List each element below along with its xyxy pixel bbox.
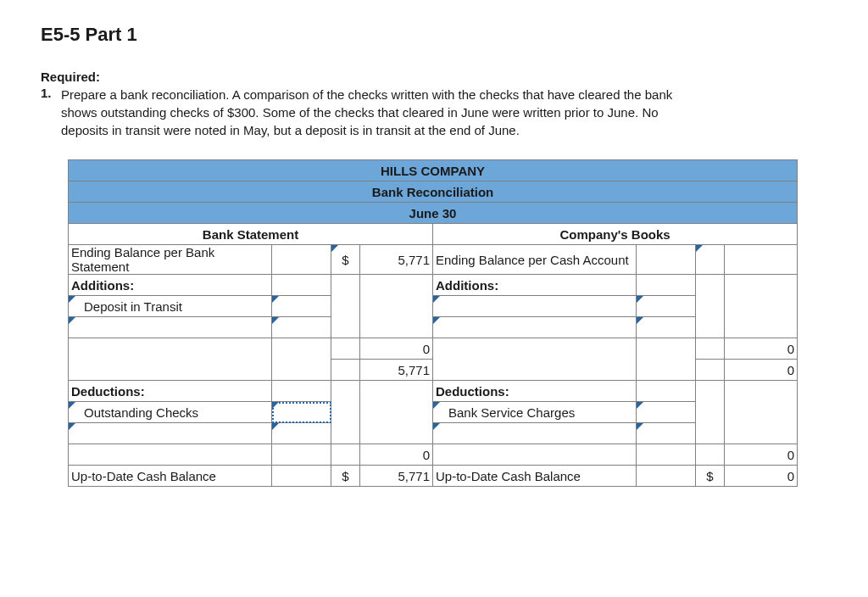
right-ending-cur[interactable] xyxy=(696,245,725,275)
right-ending-val[interactable] xyxy=(725,245,798,275)
required-text: Prepare a bank reconciliation. A compari… xyxy=(59,86,705,139)
right-add1-dropdown[interactable] xyxy=(433,296,637,317)
left-add1-dropdown[interactable]: Deposit in Transit xyxy=(69,296,272,317)
left-after-add: 5,771 xyxy=(360,360,433,381)
required-label: Required: xyxy=(41,70,827,84)
right-additions-label: Additions: xyxy=(433,275,637,296)
right-ending-input1[interactable] xyxy=(637,245,696,275)
col-header-books: Company's Books xyxy=(433,224,798,245)
right-uptodate-cur: $ xyxy=(696,466,725,487)
left-ded-subtotal: 0 xyxy=(360,444,433,466)
left-add2-amt[interactable] xyxy=(272,317,331,338)
left-ded1-dropdown[interactable]: Outstanding Checks xyxy=(69,402,272,423)
left-ending-label: Ending Balance per Bank Statement xyxy=(69,245,272,275)
right-uptodate-label: Up-to-Date Cash Balance xyxy=(433,466,637,487)
left-ded2-amt[interactable] xyxy=(272,423,331,444)
left-deductions-label: Deductions: xyxy=(69,381,272,402)
left-ending-input1[interactable] xyxy=(272,245,331,275)
reconciliation-table: HILLS COMPANY Bank Reconciliation June 3… xyxy=(68,159,798,487)
left-uptodate-val: 5,771 xyxy=(360,466,433,487)
right-uptodate-val: 0 xyxy=(725,466,798,487)
left-add2-dropdown[interactable] xyxy=(69,317,272,338)
left-additions-label: Additions: xyxy=(69,275,272,296)
left-ded2-dropdown[interactable] xyxy=(69,423,272,444)
right-deductions-label: Deductions: xyxy=(433,381,637,402)
report-title: Bank Reconciliation xyxy=(69,181,798,203)
right-after-add: 0 xyxy=(725,360,798,381)
right-ded2-amt[interactable] xyxy=(637,423,696,444)
left-uptodate-cur: $ xyxy=(331,466,360,487)
left-add1-amt[interactable] xyxy=(272,296,331,317)
left-ded1-amt[interactable] xyxy=(272,402,331,423)
required-block: Required: 1. Prepare a bank reconciliati… xyxy=(41,70,827,139)
right-add-subtotal: 0 xyxy=(725,338,798,360)
right-ded1-dropdown[interactable]: Bank Service Charges xyxy=(433,402,637,423)
right-add1-amt[interactable] xyxy=(637,296,696,317)
right-ded2-dropdown[interactable] xyxy=(433,423,637,444)
right-add2-amt[interactable] xyxy=(637,317,696,338)
right-ded-subtotal: 0 xyxy=(725,444,798,466)
left-add-subtotal: 0 xyxy=(360,338,433,360)
company-name: HILLS COMPANY xyxy=(69,160,798,181)
right-add2-dropdown[interactable] xyxy=(433,317,637,338)
left-ending-cur[interactable]: $ xyxy=(331,245,360,275)
report-date: June 30 xyxy=(69,203,798,224)
right-ded1-amt[interactable] xyxy=(637,402,696,423)
right-ending-label: Ending Balance per Cash Account xyxy=(433,245,637,275)
left-uptodate-label: Up-to-Date Cash Balance xyxy=(69,466,272,487)
required-number: 1. xyxy=(41,86,59,139)
page-title: E5-5 Part 1 xyxy=(41,24,827,46)
left-ending-val[interactable]: 5,771 xyxy=(360,245,433,275)
col-header-bank: Bank Statement xyxy=(69,224,433,245)
